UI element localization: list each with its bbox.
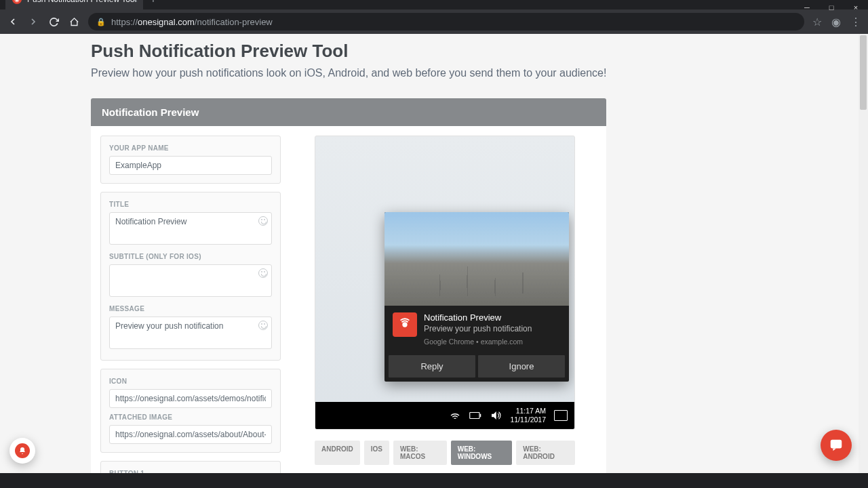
browser-tab[interactable]: ◉ Push Notification Preview Tool ×	[5, 0, 143, 9]
input-subtitle[interactable]	[109, 264, 272, 297]
form-column: Your App Name Title Notification Preview…	[100, 136, 281, 473]
lock-icon: 🔒	[96, 18, 106, 26]
notification-source: Google Chrome • example.com	[424, 338, 532, 346]
notification-app-icon	[393, 312, 417, 337]
volume-icon	[490, 409, 502, 422]
page-title: Push Notification Preview Tool	[91, 41, 777, 62]
page-viewport: Push Notification Preview Tool Preview h…	[0, 34, 868, 473]
input-image-url[interactable]	[109, 425, 272, 444]
tab-web-android[interactable]: WEB: ANDROID	[516, 441, 575, 465]
browser-toolbar: 🔒 https://onesignal.com/notification-pre…	[0, 9, 868, 34]
input-icon-url[interactable]	[109, 389, 272, 408]
nav-home-icon[interactable]	[68, 16, 80, 28]
notification-title: Notification Preview	[424, 312, 532, 323]
svg-rect-3	[831, 440, 842, 449]
label-message: Message	[109, 305, 272, 312]
card-content: Title Notification Preview Subtitle (Onl…	[100, 192, 281, 361]
notification-button-1[interactable]: Reply	[389, 355, 475, 378]
scroll-thumb[interactable]	[860, 35, 867, 110]
tab-ios[interactable]: IOS	[364, 441, 389, 465]
scrollbar[interactable]	[859, 34, 868, 473]
nav-back-icon[interactable]	[7, 16, 19, 28]
label-icon: Icon	[109, 378, 272, 385]
nav-reload-icon[interactable]	[47, 16, 60, 28]
profile-icon[interactable]: ◉	[831, 16, 841, 28]
card-buttons: Button 1 Button 2	[100, 461, 281, 473]
panel-body: Your App Name Title Notification Preview…	[91, 126, 606, 473]
notification-button-2[interactable]: Ignore	[478, 355, 565, 378]
card-media: Icon Attached Image	[100, 369, 281, 453]
url-text: https://onesignal.com/notification-previ…	[111, 17, 273, 27]
new-tab-button[interactable]: +	[143, 0, 163, 9]
emoji-picker-icon[interactable]	[258, 321, 268, 330]
action-center-icon	[554, 410, 568, 421]
nav-forward-icon[interactable]	[27, 16, 39, 28]
panel-header: Notification Preview	[91, 98, 606, 126]
emoji-picker-icon[interactable]	[258, 216, 268, 226]
bookmark-star-icon[interactable]: ☆	[812, 16, 822, 28]
label-image: Attached Image	[109, 413, 272, 421]
taskbar-clock: 11:17 AM 11/11/2017	[510, 407, 546, 424]
input-message[interactable]: Preview your push notification	[109, 317, 272, 349]
input-title[interactable]: Notification Preview	[109, 212, 272, 245]
windows-taskbar: 11:17 AM 11/11/2017	[315, 402, 574, 429]
close-tab-icon[interactable]: ×	[133, 0, 138, 5]
window-close-icon[interactable]: ×	[844, 0, 868, 15]
notification-card: Notification Preview Preview your push n…	[384, 212, 569, 382]
battery-icon	[469, 409, 481, 422]
window-minimize-icon[interactable]: ─	[795, 0, 819, 15]
window-maximize-icon[interactable]: □	[819, 0, 844, 15]
tab-web-windows[interactable]: WEB: WINDOWS	[451, 441, 513, 465]
tab-web-macos[interactable]: WEB: MACOS	[393, 441, 447, 465]
label-title: Title	[109, 201, 272, 208]
notification-image	[384, 212, 569, 306]
favicon-icon: ◉	[12, 0, 22, 4]
device-preview: Notification Preview Preview your push n…	[315, 136, 575, 430]
svg-rect-2	[480, 414, 481, 418]
tab-title: Push Notification Preview Tool	[27, 0, 136, 4]
clock-time: 11:17 AM	[510, 407, 546, 415]
intercom-fab[interactable]	[821, 430, 852, 461]
label-subtitle: Subtitle (Only for iOS)	[109, 253, 272, 260]
notification-message: Preview your push notification	[424, 324, 532, 333]
svg-point-0	[403, 323, 407, 327]
clock-date: 11/11/2017	[510, 415, 546, 424]
platform-tabs: ANDROID IOS WEB: MACOS WEB: WINDOWS WEB:…	[315, 441, 575, 465]
emoji-picker-icon[interactable]	[258, 268, 268, 278]
subscribe-bell-fab[interactable]	[9, 438, 35, 464]
wifi-icon	[449, 409, 461, 422]
svg-rect-1	[470, 413, 479, 419]
input-app-name[interactable]	[109, 156, 272, 175]
browser-menu-icon[interactable]: ⋮	[850, 16, 861, 28]
preview-column: Notification Preview Preview your push n…	[315, 136, 575, 465]
page-subtitle: Preview how your push notifications look…	[91, 67, 777, 79]
browser-tabstrip: ◉ Push Notification Preview Tool × + ─ □…	[0, 0, 868, 9]
card-app-name: Your App Name	[100, 136, 281, 184]
tab-android[interactable]: ANDROID	[315, 441, 360, 465]
label-button1: Button 1	[109, 470, 272, 473]
label-app-name: Your App Name	[109, 144, 272, 152]
address-bar[interactable]: 🔒 https://onesignal.com/notification-pre…	[88, 13, 804, 30]
